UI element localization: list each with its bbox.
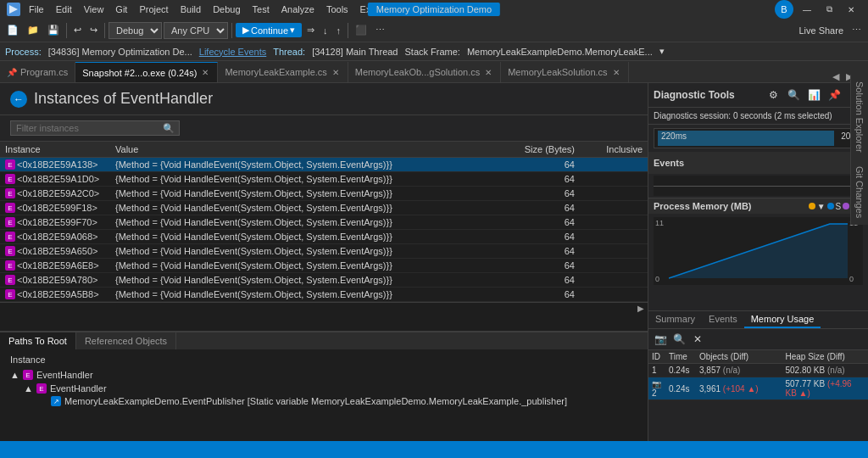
mem-col-heap[interactable]: Heap Size (Diff): [782, 350, 869, 363]
expand-icon[interactable]: ▲: [10, 369, 19, 381]
table-row[interactable]: E <0x18B2E59A5B8> {Method = {Void Handle…: [0, 288, 648, 302]
minimize-button[interactable]: —: [797, 3, 817, 16]
filter-input[interactable]: [10, 120, 180, 136]
close-icon[interactable]: ✕: [611, 68, 621, 77]
menu-edit[interactable]: Edit: [51, 3, 77, 16]
thread-value: [34128] Main Thread: [312, 47, 398, 57]
menu-project[interactable]: Project: [134, 3, 173, 16]
bottom-tabs: Paths To Root Referenced Objects: [0, 332, 648, 349]
table-row[interactable]: E <0x18B2E59A1D0> {Method = {Void Handle…: [0, 172, 648, 187]
table-row[interactable]: E <0x18B2E599F18> {Method = {Void Handle…: [0, 201, 648, 215]
diag-pin-icon[interactable]: 📌: [826, 87, 843, 103]
title-bar: File Edit View Git Project Build Debug T…: [0, 0, 868, 19]
right-panel: Diagnostic Tools ⚙ 🔍 📊 📌 ✕ Diagnostics s…: [648, 83, 868, 441]
left-panel: ← Instances of EventHandler 🔍 Instance V…: [0, 83, 648, 441]
git-changes-tab[interactable]: Git Changes: [850, 159, 868, 225]
menu-test[interactable]: Test: [248, 3, 275, 16]
mem-col-time[interactable]: Time: [665, 350, 696, 363]
cell-inclusive: [580, 278, 648, 282]
type-icon: E: [5, 289, 15, 299]
close-icon[interactable]: ✕: [200, 68, 210, 77]
timeline[interactable]: 220ms 204: [654, 128, 863, 148]
timeline-label-left: 220ms: [661, 131, 687, 141]
step-into-icon[interactable]: ↓: [320, 24, 331, 37]
app-icon: [7, 3, 20, 16]
tab-snapshot[interactable]: Snapshot #2...o.exe (0.24s) ✕: [75, 62, 218, 82]
close-icon[interactable]: ✕: [483, 68, 493, 77]
menu-view[interactable]: View: [79, 3, 109, 16]
table-row[interactable]: E <0x18B2E59A068> {Method = {Void Handle…: [0, 230, 648, 244]
new-project-icon[interactable]: 📄: [3, 23, 22, 37]
events-chart: [654, 176, 863, 196]
undo-icon[interactable]: ↩: [70, 23, 85, 37]
tab-events[interactable]: Events: [702, 311, 744, 328]
solution-explorer-tab[interactable]: Solution Explorer: [850, 75, 868, 159]
cell-inclusive: [580, 235, 648, 238]
table-row[interactable]: E <0x18B2E59A650> {Method = {Void Handle…: [0, 244, 648, 259]
camera-button[interactable]: 📷: [652, 331, 669, 348]
mem-col-id[interactable]: ID: [648, 350, 665, 363]
tab-memory-usage[interactable]: Memory Usage: [744, 311, 821, 328]
debug-config-dropdown[interactable]: Debug: [108, 22, 162, 39]
live-share-button[interactable]: Live Share: [795, 24, 847, 37]
diag-chart-icon[interactable]: 📊: [805, 87, 822, 103]
type-icon: E: [5, 159, 15, 170]
diag-settings-icon[interactable]: ⚙: [765, 87, 782, 103]
tab-memory-leak-solution[interactable]: MemoryLeakSolution.cs ✕: [501, 62, 628, 82]
menu-file[interactable]: File: [24, 3, 49, 16]
expand-icon[interactable]: ▶: [637, 304, 644, 313]
window-controls: — ⧉ ✕: [797, 3, 861, 16]
tab-scroll-left[interactable]: ◀: [829, 71, 843, 82]
table-row[interactable]: E <0x18B2E59A6E8> {Method = {Void Handle…: [0, 259, 648, 273]
close-icon[interactable]: ✕: [331, 68, 341, 77]
table-row[interactable]: E <0x18B2E59A138> {Method = {Void Handle…: [0, 158, 648, 172]
tab-summary[interactable]: Summary: [648, 311, 702, 328]
restore-button[interactable]: ⧉: [819, 3, 839, 16]
svg-marker-1: [669, 224, 848, 278]
open-icon[interactable]: 📁: [24, 23, 42, 37]
proc-mem-section: Process Memory (MB) ▼ S P... 11 0: [648, 198, 868, 310]
tab-program-cs[interactable]: 📌 Program.cs: [0, 62, 75, 82]
col-value[interactable]: Value: [110, 142, 495, 157]
debug-more-icon[interactable]: ⋯: [372, 23, 388, 37]
tab-memory-leak-example[interactable]: MemoryLeakExample.cs ✕: [218, 62, 348, 82]
menu-debug[interactable]: Debug: [208, 3, 245, 16]
stack-dropdown-icon[interactable]: ▾: [659, 46, 665, 57]
step-out-icon[interactable]: ↑: [333, 24, 345, 37]
menu-build[interactable]: Build: [175, 3, 206, 16]
events-header: Events ⏸: [648, 152, 868, 174]
mem-table-row[interactable]: 📷 2 0.24s 3,961 (+104 ▲) 507.77 KB (+4.9…: [648, 377, 868, 400]
instances-header: ← Instances of EventHandler: [0, 83, 648, 115]
tab-referenced-objects[interactable]: Referenced Objects: [76, 332, 176, 349]
tab-paths-to-root[interactable]: Paths To Root: [0, 332, 76, 349]
mem-col-objects[interactable]: Objects (Diff): [696, 350, 782, 363]
mem-table-row[interactable]: 1 0.24s 3,857 (n/a) 502.80 KB (n/a): [648, 364, 868, 377]
toolbar-more-icon[interactable]: ⋯: [849, 23, 865, 37]
table-row[interactable]: E <0x18B2E599F70> {Method = {Void Handle…: [0, 215, 648, 230]
close-button[interactable]: ✕: [841, 3, 861, 16]
continue-button[interactable]: ▶ Continue ▾: [236, 23, 302, 37]
table-row[interactable]: E <0x18B2E59A780> {Method = {Void Handle…: [0, 273, 648, 288]
lifecycle-link[interactable]: Lifecycle Events: [199, 47, 266, 57]
expand-icon[interactable]: ▲: [24, 383, 33, 394]
step-over-icon[interactable]: ⇒: [303, 23, 318, 37]
menu-analyze[interactable]: Analyze: [276, 3, 320, 16]
menu-git[interactable]: Git: [110, 3, 132, 16]
breakpoints-icon[interactable]: ⬛: [352, 23, 370, 37]
redo-icon[interactable]: ↪: [86, 23, 101, 37]
col-instance[interactable]: Instance: [0, 142, 110, 157]
cell-instance: E <0x18B2E59A5B8>: [0, 288, 110, 301]
menu-tools[interactable]: Tools: [321, 3, 353, 16]
clear-button[interactable]: ✕: [689, 331, 706, 348]
search-button[interactable]: 🔍: [670, 331, 687, 348]
diag-search-icon[interactable]: 🔍: [785, 87, 802, 103]
col-size[interactable]: Size (Bytes): [495, 142, 580, 157]
tabs-row: 📌 Program.cs Snapshot #2...o.exe (0.24s)…: [0, 61, 868, 83]
platform-dropdown[interactable]: Any CPU: [164, 22, 228, 39]
back-button[interactable]: ←: [10, 91, 27, 108]
tab-memory-leak-ob[interactable]: MemoryLeakOb...gSolution.cs ✕: [348, 62, 501, 82]
col-inclusive[interactable]: Inclusive: [580, 142, 648, 157]
user-avatar[interactable]: B: [775, 0, 793, 19]
save-icon[interactable]: 💾: [44, 23, 63, 37]
table-row[interactable]: E <0x18B2E59A2C0> {Method = {Void Handle…: [0, 187, 648, 201]
